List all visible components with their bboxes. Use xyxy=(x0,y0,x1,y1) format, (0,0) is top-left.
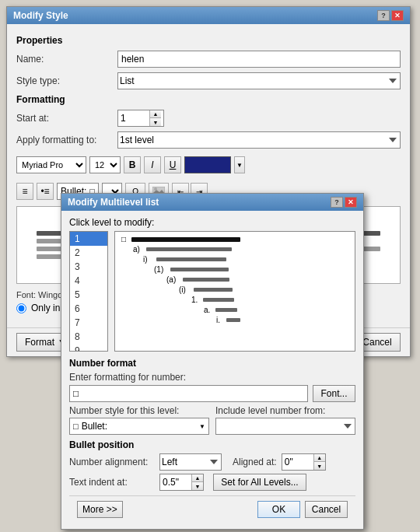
color-dropdown[interactable]: ▼ xyxy=(234,156,245,173)
ml-preview-1: □ xyxy=(121,235,348,243)
bullet-position-section: Bullet position Number alignment: Left A… xyxy=(69,439,355,491)
number-style-label: Number style for this level: xyxy=(69,405,209,416)
level-item-9[interactable]: 9 xyxy=(70,344,107,352)
include-level-label: Include level number from: xyxy=(215,405,355,416)
level-item-5[interactable]: 5 xyxy=(70,288,107,302)
aligned-at-spinner[interactable]: ▲ ▼ xyxy=(282,453,326,471)
font-button[interactable]: Font... xyxy=(313,385,355,402)
two-col-section: Number style for this level: □ Bullet: ▼… xyxy=(69,405,355,435)
level-item-3[interactable]: 3 xyxy=(70,260,107,274)
italic-button[interactable]: I xyxy=(144,156,161,173)
start-at-input[interactable] xyxy=(118,110,149,126)
properties-section-label: Properties xyxy=(16,35,401,46)
text-indent-input[interactable] xyxy=(160,474,191,490)
ml-preview-3: i) xyxy=(143,255,348,264)
spin-up[interactable]: ▲ xyxy=(150,110,161,118)
level-item-4[interactable]: 4 xyxy=(70,274,107,288)
name-field-row: Name: xyxy=(16,51,401,68)
start-at-label: Start at: xyxy=(16,113,117,124)
underline-button[interactable]: U xyxy=(164,156,181,173)
more-button[interactable]: More >> xyxy=(77,501,123,518)
ml-preview-4: (1) xyxy=(154,265,348,274)
color-swatch[interactable] xyxy=(184,156,231,173)
include-level-col: Include level number from: xyxy=(215,405,355,435)
level-item-2[interactable]: 2 xyxy=(70,246,107,260)
level-item-1[interactable]: 1 xyxy=(70,232,107,246)
number-style-select-wrap[interactable]: □ Bullet: ▼ xyxy=(69,418,209,435)
apply-to-row: Apply formatting to: 1st level xyxy=(16,131,401,149)
ml-preview-5: (a) xyxy=(166,275,348,284)
level-item-8[interactable]: 8 xyxy=(70,330,107,344)
style-type-label: Style type: xyxy=(16,75,117,86)
inner-dialog-titlebar: Modify Multilevel list ? ✕ xyxy=(61,194,363,211)
bullet-list-button[interactable]: •≡ xyxy=(37,183,54,200)
outer-dialog-title: Modify Style xyxy=(13,10,68,21)
format-entry-input[interactable] xyxy=(69,385,308,402)
ml-preview-7: 1. xyxy=(191,296,348,304)
include-level-select[interactable] xyxy=(215,418,355,435)
formatting-section-label: Formatting xyxy=(16,94,401,105)
ml-preview-9: i. xyxy=(216,316,348,324)
bold-button[interactable]: B xyxy=(124,156,141,173)
multilevel-preview: □ a) i) (1) xyxy=(114,231,355,352)
inner-ok-button[interactable]: OK xyxy=(257,501,300,518)
aligned-spin-up[interactable]: ▲ xyxy=(314,454,325,462)
ml-preview-2: a) xyxy=(133,245,348,254)
inner-dialog-body: Click level to modify: 1 2 3 4 5 6 7 8 9… xyxy=(61,211,363,529)
format-toolbar: Myriad Pro 12 B I U ▼ xyxy=(16,153,401,177)
number-format-label: Number format xyxy=(69,358,355,369)
font-size-select[interactable]: 12 xyxy=(89,156,121,173)
number-style-dropdown-arrow: ▼ xyxy=(199,423,205,430)
name-label: Name: xyxy=(16,54,117,65)
set-all-levels-button[interactable]: Set for All Levels... xyxy=(213,474,306,491)
spin-down[interactable]: ▼ xyxy=(150,118,161,126)
text-indent-row: Text indent at: ▲ ▼ Set for All Levels..… xyxy=(69,474,355,491)
only-this-doc-radio[interactable] xyxy=(16,303,26,313)
text-indent-spinner[interactable]: ▲ ▼ xyxy=(159,474,204,491)
inner-titlebar-buttons: ? ✕ xyxy=(331,197,357,208)
level-list[interactable]: 1 2 3 4 5 6 7 8 9 xyxy=(69,231,108,352)
number-alignment-label: Number alignment: xyxy=(69,457,155,467)
svg-point-1 xyxy=(154,187,157,191)
style-type-row: Style type: List xyxy=(16,72,401,89)
inner-close-button[interactable]: ✕ xyxy=(345,197,357,208)
ml-preview-6: (i) xyxy=(179,285,348,294)
start-at-spinner[interactable]: ▲ ▼ xyxy=(117,110,164,127)
level-item-7[interactable]: 7 xyxy=(70,316,107,330)
numbered-list-button[interactable]: ≡ xyxy=(16,183,33,200)
name-input[interactable] xyxy=(117,51,401,68)
apply-to-select[interactable]: 1st level xyxy=(117,131,401,149)
aligned-at-label: Aligned at: xyxy=(233,457,277,467)
modify-multilevel-dialog: Modify Multilevel list ? ✕ Click level t… xyxy=(61,193,364,530)
ml-preview-8: a. xyxy=(204,306,348,314)
inner-dialog-title: Modify Multilevel list xyxy=(68,197,159,208)
click-level-label: Click level to modify: xyxy=(69,217,355,228)
format-btn-label: Format xyxy=(25,337,54,348)
number-alignment-row: Number alignment: Left Aligned at: ▲ ▼ xyxy=(69,453,355,471)
font-select[interactable]: Myriad Pro xyxy=(16,156,86,173)
inner-top-section: 1 2 3 4 5 6 7 8 9 □ a) xyxy=(69,231,355,352)
enter-format-label: Enter formatting for number: xyxy=(69,372,355,383)
number-style-value: Bullet: xyxy=(82,421,107,432)
help-button[interactable]: ? xyxy=(377,10,390,21)
inner-cancel-button[interactable]: Cancel xyxy=(305,501,348,518)
number-alignment-select[interactable]: Left xyxy=(159,453,222,471)
number-format-row: Font... xyxy=(69,385,355,402)
close-button[interactable]: ✕ xyxy=(391,10,404,21)
text-indent-spin-down[interactable]: ▼ xyxy=(192,482,203,490)
inner-bottom-row: More >> OK Cancel xyxy=(69,495,355,523)
number-style-col: Number style for this level: □ Bullet: ▼ xyxy=(69,405,209,435)
apply-to-label: Apply formatting to: xyxy=(16,135,117,145)
level-item-6[interactable]: 6 xyxy=(70,302,107,316)
inner-action-buttons: OK Cancel xyxy=(257,501,348,518)
aligned-spin-down[interactable]: ▼ xyxy=(314,462,325,470)
text-indent-label: Text indent at: xyxy=(69,477,155,488)
bullet-position-label: Bullet position xyxy=(69,439,355,450)
number-style-bullet-char: □ xyxy=(73,422,79,431)
aligned-at-input[interactable] xyxy=(282,454,313,470)
inner-help-button[interactable]: ? xyxy=(331,197,343,208)
style-type-select[interactable]: List xyxy=(117,72,401,89)
text-indent-spin-up[interactable]: ▲ xyxy=(192,474,203,482)
outer-dialog-titlebar: Modify Style ? ✕ xyxy=(7,7,410,24)
outer-titlebar-buttons: ? ✕ xyxy=(377,10,404,21)
